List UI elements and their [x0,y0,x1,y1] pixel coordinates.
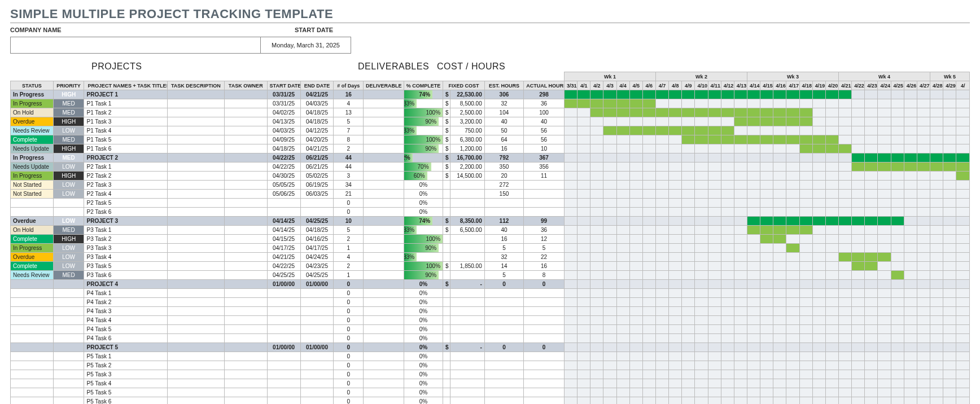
cost-cell[interactable]: 8,350.00 [450,217,484,226]
owner-cell[interactable] [224,334,267,343]
cost-cell[interactable] [450,244,484,253]
priority-cell[interactable] [53,397,84,405]
deliverable-cell[interactable] [364,262,404,271]
days-cell[interactable]: 8 [334,135,364,144]
days-cell[interactable]: 0 [334,343,364,352]
cost-cell[interactable] [450,352,484,361]
name-cell[interactable]: P4 Task 6 [84,334,167,343]
task-row[interactable]: In ProgressHIGHP2 Task 204/30/2505/02/25… [11,172,970,181]
priority-cell[interactable] [53,370,84,379]
task-row[interactable]: P2 Task 600% [11,208,970,217]
act-cell[interactable]: 36 [524,99,565,108]
owner-cell[interactable] [224,316,267,325]
owner-cell[interactable] [224,235,267,244]
desc-cell[interactable] [167,181,224,190]
est-cell[interactable]: 272 [484,181,523,190]
days-cell[interactable]: 0 [334,370,364,379]
est-cell[interactable]: 32 [484,99,523,108]
end-cell[interactable] [300,334,334,343]
days-cell[interactable]: 4 [334,253,364,262]
est-cell[interactable] [484,388,523,397]
status-cell[interactable]: Complete [11,135,54,144]
desc-cell[interactable] [167,370,224,379]
project-row[interactable]: PROJECT 501/00/0001/00/0000%$-00 [11,343,970,352]
task-row[interactable]: P4 Task 500% [11,325,970,334]
days-cell[interactable]: 13 [334,108,364,117]
cost-cell[interactable] [450,316,484,325]
owner-cell[interactable] [224,208,267,217]
est-cell[interactable]: 104 [484,108,523,117]
cost-cell[interactable] [450,334,484,343]
desc-cell[interactable] [167,262,224,271]
days-cell[interactable]: 5 [334,226,364,235]
days-cell[interactable]: 0 [334,361,364,370]
task-row[interactable]: P4 Task 400% [11,316,970,325]
est-cell[interactable] [484,325,523,334]
days-cell[interactable]: 44 [334,163,364,172]
owner-cell[interactable] [224,280,267,289]
est-cell[interactable]: 20 [484,172,523,181]
act-cell[interactable] [524,181,565,190]
start-cell[interactable]: 04/18/25 [267,144,300,153]
deliverable-cell[interactable] [364,379,404,388]
pct-cell[interactable]: 74% [404,217,443,226]
deliverable-cell[interactable] [364,99,404,108]
deliverable-cell[interactable] [364,163,404,172]
name-cell[interactable]: P2 Task 2 [84,172,167,181]
start-cell[interactable]: 04/15/25 [267,235,300,244]
days-cell[interactable]: 7 [334,126,364,135]
task-row[interactable]: P5 Task 300% [11,370,970,379]
pct-cell[interactable]: 100% [404,262,443,271]
priority-cell[interactable]: MED [53,271,84,280]
owner-cell[interactable] [224,271,267,280]
cost-cell[interactable]: - [450,280,484,289]
est-cell[interactable]: 5 [484,244,523,253]
owner-cell[interactable] [224,126,267,135]
end-cell[interactable]: 01/00/00 [300,343,334,352]
desc-cell[interactable] [167,208,224,217]
name-cell[interactable]: P3 Task 3 [84,244,167,253]
end-cell[interactable]: 04/24/25 [300,253,334,262]
est-cell[interactable]: 14 [484,262,523,271]
status-cell[interactable]: Needs Update [11,144,54,153]
priority-cell[interactable] [53,325,84,334]
est-cell[interactable] [484,370,523,379]
act-cell[interactable]: 5 [524,244,565,253]
deliverable-cell[interactable] [364,316,404,325]
start-cell[interactable]: 05/05/25 [267,181,300,190]
status-cell[interactable]: Overdue [11,253,54,262]
act-cell[interactable]: 0 [524,343,565,352]
est-cell[interactable]: 32 [484,253,523,262]
est-cell[interactable]: 306 [484,90,523,99]
est-cell[interactable]: 0 [484,343,523,352]
deliverable-cell[interactable] [364,144,404,153]
pct-cell[interactable]: 33% [404,253,443,262]
deliverable-cell[interactable] [364,388,404,397]
est-cell[interactable]: 792 [484,153,523,163]
task-row[interactable]: CompleteMEDP1 Task 504/09/2504/20/258100… [11,135,970,144]
desc-cell[interactable] [167,271,224,280]
act-cell[interactable] [524,397,565,405]
start-cell[interactable]: 04/02/25 [267,108,300,117]
cost-cell[interactable] [450,181,484,190]
task-row[interactable]: P5 Task 400% [11,379,970,388]
pct-cell[interactable]: 100% [404,135,443,144]
status-cell[interactable]: In Progress [11,153,54,163]
start-cell[interactable]: 04/21/25 [267,253,300,262]
name-cell[interactable]: P2 Task 3 [84,181,167,190]
priority-cell[interactable]: LOW [53,253,84,262]
status-cell[interactable]: Not Started [11,181,54,190]
days-cell[interactable]: 0 [334,307,364,316]
owner-cell[interactable] [224,163,267,172]
end-cell[interactable]: 04/03/25 [300,99,334,108]
cost-cell[interactable]: - [450,343,484,352]
name-cell[interactable]: P1 Task 5 [84,135,167,144]
start-date-value[interactable]: Monday, March 31, 2025 [261,37,351,54]
est-cell[interactable]: 16 [484,144,523,153]
est-cell[interactable] [484,334,523,343]
days-cell[interactable]: 3 [334,172,364,181]
pct-cell[interactable]: 0% [404,199,443,208]
cost-cell[interactable] [450,298,484,307]
end-cell[interactable] [300,379,334,388]
deliverable-cell[interactable] [364,307,404,316]
